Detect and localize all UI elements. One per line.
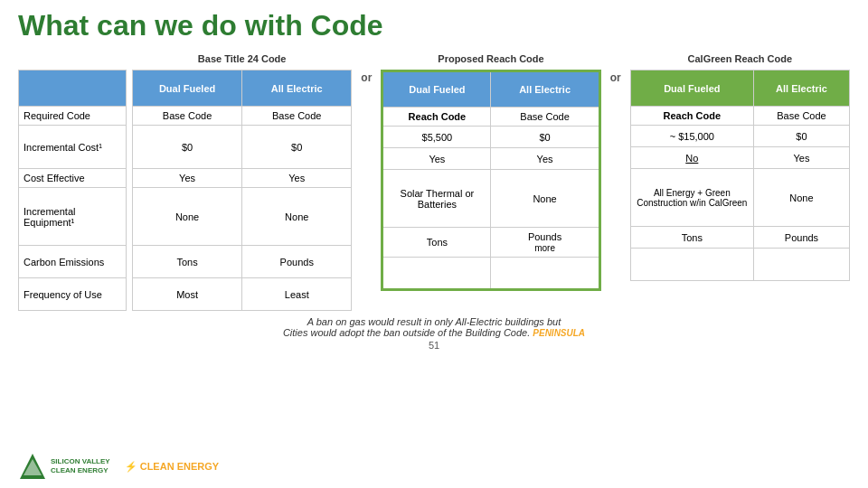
base-freq-row: Most Least — [133, 278, 352, 311]
base-emiss-col1: Tons — [133, 246, 242, 278]
proposed-required-col1: Reach Code — [382, 108, 491, 127]
base-costeff-row: Yes Yes — [133, 169, 352, 188]
base-cost-col1: $0 — [133, 126, 242, 169]
row-label-header — [19, 70, 127, 107]
proposed-required-col2: Base Code — [491, 108, 599, 127]
calgreen-emiss-row: Tons Pounds — [630, 227, 849, 249]
calgreen-required-col1: Reach Code — [630, 107, 753, 126]
footer-note: A ban on gas would result in only All-El… — [18, 316, 850, 338]
proposed-col1-header: Dual Fueled — [382, 71, 491, 108]
base-equip-col2: None — [242, 188, 352, 246]
or-label-2: or — [607, 53, 625, 84]
base-emiss-col2: Pounds — [242, 246, 352, 278]
calgreen-equip-col1: All Energy + Green Construction w/in Cal… — [630, 169, 753, 227]
calgreen-cost-row: ~ $15,000 $0 — [630, 126, 849, 147]
calgreen-emiss-col2: Pounds — [753, 227, 849, 249]
base-equip-col1: None — [133, 188, 242, 246]
calgreen-cost-col1: ~ $15,000 — [630, 126, 753, 147]
calgreen-freq-col2 — [753, 249, 849, 281]
base-costeff-col1: Yes — [133, 169, 242, 188]
calgreen-freq-col1 — [630, 249, 753, 281]
header-row — [19, 70, 127, 107]
clean-energy-logo: ⚡ CLEAN ENERGY — [125, 461, 219, 473]
table-wrapper: Required Code Incremental Cost¹ Cost Eff… — [18, 53, 850, 311]
svce-leaf-icon — [18, 452, 47, 481]
base-emiss-row: Tons Pounds — [133, 246, 352, 278]
calgreen-header-label: CalGreen Reach Code — [630, 53, 850, 68]
calgreen-emiss-col1: Tons — [630, 227, 753, 249]
label-frequency-of-use: Frequency of Use — [19, 278, 127, 311]
proposed-header-text: Proposed Reach Code — [438, 53, 543, 64]
proposed-section: Proposed Reach Code Dual Fueled All Elec… — [381, 53, 600, 291]
row-frequency: Frequency of Use — [19, 278, 127, 311]
proposed-cost-row: $5,500 $0 — [382, 127, 599, 148]
row-incremental-equipment: Incremental Equipment¹ — [19, 188, 127, 246]
proposed-equip-row: Solar Thermal or Batteries None — [382, 170, 599, 228]
calgreen-equip-col2: None — [753, 169, 849, 227]
proposed-costeff-col1: Yes — [382, 148, 491, 170]
base-col1-header: Dual Fueled — [133, 70, 242, 107]
base-col2-header: All Electric — [242, 70, 352, 107]
calgreen-required-col2: Base Code — [753, 107, 849, 126]
proposed-col2-header: All Electric — [491, 71, 599, 108]
proposed-emiss-col1: Tons — [382, 228, 491, 258]
calgreen-col1-header: Dual Fueled — [630, 70, 753, 107]
proposed-emiss-col2: Poundsmore — [491, 228, 599, 258]
proposed-freq-col1 — [382, 258, 491, 290]
footer-note-line1: A ban on gas would result in only All-El… — [18, 316, 850, 327]
calgreen-required-row: Reach Code Base Code — [630, 107, 849, 126]
proposed-freq-row — [382, 258, 599, 290]
label-incremental-equipment: Incremental Equipment¹ — [19, 188, 127, 246]
row-labels-table: Required Code Incremental Cost¹ Cost Eff… — [18, 70, 127, 311]
row-incremental-cost: Incremental Cost¹ — [19, 126, 127, 169]
proposed-col-headers: Dual Fueled All Electric — [382, 71, 599, 108]
row-carbon-emissions: Carbon Emissions — [19, 246, 127, 278]
proposed-costeff-row: Yes Yes — [382, 148, 599, 170]
calgreen-costeff-row: No Yes — [630, 147, 849, 169]
proposed-freq-col2 — [491, 258, 599, 290]
logo-area: SILICON VALLEYCLEAN ENERGY ⚡ CLEAN ENERG… — [18, 452, 219, 481]
calgreen-costeff-col2: Yes — [753, 147, 849, 169]
row-labels-section: Required Code Incremental Cost¹ Cost Eff… — [18, 53, 127, 311]
proposed-table: Dual Fueled All Electric Reach Code Base… — [381, 70, 600, 291]
peninsula-label: PENINSULA — [533, 328, 585, 338]
or-label-1: or — [357, 53, 375, 84]
base-equip-row: None None — [133, 188, 352, 246]
base-freq-col2: Least — [242, 278, 352, 311]
calgreen-costeff-col1: No — [630, 147, 753, 169]
base-freq-col1: Most — [133, 278, 242, 311]
base-col-headers: Dual Fueled All Electric — [133, 70, 352, 107]
page: What can we do with Code Required Code I… — [0, 0, 868, 488]
base-cost-col2: $0 — [242, 126, 352, 169]
base-required-col2: Base Code — [242, 107, 352, 126]
base-costeff-col2: Yes — [242, 169, 352, 188]
base-header-label: Base Title 24 Code — [132, 53, 352, 68]
base-table: Dual Fueled All Electric Base Code Base … — [132, 70, 352, 311]
base-section: Base Title 24 Code Dual Fueled All Elect… — [132, 53, 352, 311]
proposed-emiss-row: Tons Poundsmore — [382, 228, 599, 258]
proposed-equip-col1: Solar Thermal or Batteries — [382, 170, 491, 228]
base-section-header — [18, 53, 127, 68]
calgreen-col-headers: Dual Fueled All Electric — [630, 70, 849, 107]
svce-logo: SILICON VALLEYCLEAN ENERGY — [18, 452, 110, 481]
row-cost-effective: Cost Effective — [19, 169, 127, 188]
proposed-required-row: Reach Code Base Code — [382, 108, 599, 127]
label-cost-effective: Cost Effective — [19, 169, 127, 188]
calgreen-equip-row: All Energy + Green Construction w/in Cal… — [630, 169, 849, 227]
calgreen-table: Dual Fueled All Electric Reach Code Base… — [630, 70, 850, 281]
calgreen-section: CalGreen Reach Code Dual Fueled All Elec… — [630, 53, 850, 281]
label-required-code: Required Code — [19, 107, 127, 126]
page-title: What can we do with Code — [18, 9, 850, 42]
calgreen-cost-col2: $0 — [753, 126, 849, 147]
calgreen-freq-row — [630, 249, 849, 281]
base-required-row: Base Code Base Code — [133, 107, 352, 126]
base-cost-row: $0 $0 — [133, 126, 352, 169]
svce-text: SILICON VALLEYCLEAN ENERGY — [51, 457, 110, 474]
proposed-cost-col2: $0 — [491, 127, 599, 148]
page-number: 51 — [18, 340, 850, 351]
proposed-equip-col2: None — [491, 170, 599, 228]
footer-note-line2: Cities would adopt the ban outside of th… — [18, 327, 850, 338]
base-required-col1: Base Code — [133, 107, 242, 126]
proposed-costeff-col2: Yes — [491, 148, 599, 170]
proposed-cost-col1: $5,500 — [382, 127, 491, 148]
